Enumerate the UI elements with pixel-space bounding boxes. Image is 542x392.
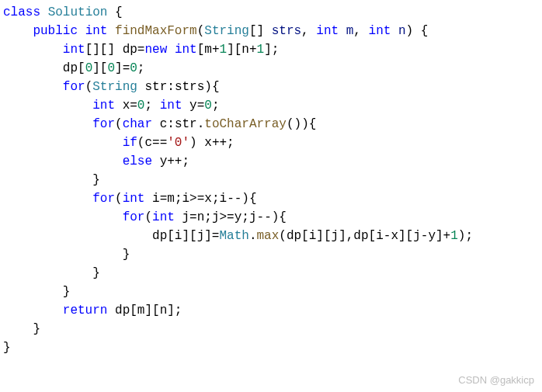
variable: str xyxy=(144,80,167,94)
code-line: class Solution { xyxy=(3,3,542,22)
code-line: int[][] dp=new int[m+1][n+1]; xyxy=(3,40,542,59)
watermark-text: CSDN @gakkicp xyxy=(458,373,534,388)
variable: dp xyxy=(63,61,78,75)
keyword-int: int xyxy=(160,99,182,113)
param: m xyxy=(346,24,354,38)
keyword-for: for xyxy=(63,80,85,94)
code-line: } xyxy=(3,283,542,301)
variable: c xyxy=(144,136,152,150)
keyword-for: for xyxy=(92,117,115,131)
keyword-int: int xyxy=(92,99,115,113)
code-line: else y++; xyxy=(3,152,542,171)
keyword-class: class xyxy=(3,5,40,19)
keyword-for: for xyxy=(123,210,145,224)
keyword-if: if xyxy=(123,136,137,150)
code-line: } xyxy=(3,320,542,338)
keyword-char: char xyxy=(123,117,152,131)
code-line: } xyxy=(3,245,542,264)
code-line: dp[i][j]=Math.max(dp[i][j],dp[i-x][j-y]+… xyxy=(3,227,542,245)
type-string: String xyxy=(92,80,137,94)
number: 1 xyxy=(450,229,458,243)
type-string: String xyxy=(204,24,249,38)
code-block: class Solution { public int findMaxForm(… xyxy=(0,3,542,357)
code-line: } xyxy=(3,264,542,283)
code-line: public int findMaxForm(String[] strs, in… xyxy=(3,22,542,40)
variable: y xyxy=(189,99,197,113)
code-line: for(char c:str.toCharArray()){ xyxy=(3,115,542,134)
keyword-int: int xyxy=(85,24,108,38)
code-line: for(int j=n;j>=y;j--){ xyxy=(3,208,542,227)
variable: dp xyxy=(123,43,137,57)
code-line: dp[0][0]=0; xyxy=(3,59,542,78)
variable: dp xyxy=(115,304,130,317)
code-line: } xyxy=(3,171,542,189)
number: 0 xyxy=(85,61,93,75)
keyword-else: else xyxy=(123,154,152,168)
number: 0 xyxy=(130,61,137,75)
keyword-return: return xyxy=(63,304,108,317)
variable: strs xyxy=(175,80,204,94)
variable: x xyxy=(123,99,130,113)
class-math: Math xyxy=(219,229,248,243)
method-call: toCharArray xyxy=(204,117,287,131)
code-line: } xyxy=(3,338,542,357)
number: 0 xyxy=(204,99,212,113)
code-line: return dp[m][n]; xyxy=(3,301,542,320)
keyword-int: int xyxy=(316,24,339,38)
param: n xyxy=(398,24,406,38)
keyword-new: new xyxy=(144,43,167,57)
keyword-int: int xyxy=(175,43,197,57)
keyword-int: int xyxy=(369,24,391,38)
number: 1 xyxy=(257,43,265,57)
variable: x xyxy=(204,136,212,150)
method-max: max xyxy=(256,229,279,243)
variable: j xyxy=(182,210,189,224)
string-literal: '0' xyxy=(167,136,189,150)
variable: y xyxy=(160,154,168,168)
param: strs xyxy=(272,24,301,38)
class-name: Solution xyxy=(48,5,108,19)
method-name: findMaxForm xyxy=(115,24,197,38)
keyword-for: for xyxy=(92,192,115,206)
code-line: for(int i=m;i>=x;i--){ xyxy=(3,189,542,208)
keyword-int: int xyxy=(123,192,145,206)
keyword-public: public xyxy=(33,24,78,38)
variable: str xyxy=(175,117,197,131)
number: 1 xyxy=(220,43,228,57)
variable: dp xyxy=(152,229,167,243)
number: 0 xyxy=(107,61,115,75)
code-line: int x=0; int y=0; xyxy=(3,96,542,115)
keyword-int: int xyxy=(152,210,175,224)
code-line: if(c=='0') x++; xyxy=(3,134,542,152)
variable: i xyxy=(152,192,160,206)
code-line: for(String str:strs){ xyxy=(3,78,542,96)
variable: c xyxy=(160,117,168,131)
keyword-int: int xyxy=(63,43,85,57)
